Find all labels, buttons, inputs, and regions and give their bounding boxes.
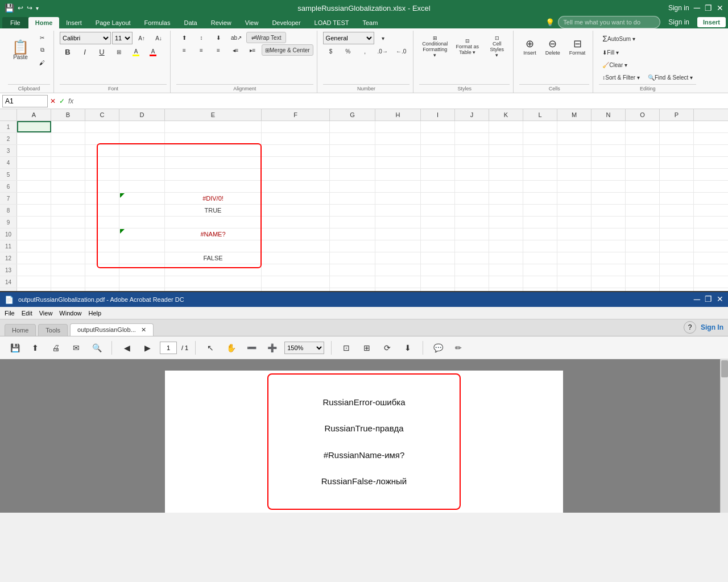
cell-L3[interactable]: [523, 145, 557, 156]
cell-F2[interactable]: [262, 133, 330, 144]
minimize-icon[interactable]: ─: [694, 3, 700, 13]
cell-C15[interactable]: [85, 288, 119, 291]
row-num-7[interactable]: 7: [0, 193, 17, 204]
cell-C2[interactable]: [85, 133, 119, 144]
cell-L6[interactable]: [523, 181, 557, 192]
pdf-tab-tools[interactable]: Tools: [38, 324, 68, 336]
cell-A13[interactable]: [17, 264, 51, 276]
cell-O11[interactable]: [626, 240, 660, 252]
tell-me-input[interactable]: [558, 16, 660, 28]
cell-M9[interactable]: [557, 217, 592, 228]
row-num-10[interactable]: 10: [0, 228, 17, 240]
cell-G6[interactable]: [330, 181, 375, 192]
format-painter-button[interactable]: 🖌: [34, 57, 50, 68]
cell-E11[interactable]: [165, 240, 262, 252]
copy-button[interactable]: ⧉: [34, 44, 50, 56]
cell-H1[interactable]: [375, 121, 421, 132]
pdf-pointer-btn[interactable]: ↖: [202, 340, 218, 356]
font-size-select[interactable]: 11: [112, 32, 133, 44]
restore-icon[interactable]: ❐: [705, 3, 712, 13]
cell-E2[interactable]: [165, 133, 262, 144]
cell-E12[interactable]: FALSE: [165, 252, 262, 264]
cell-P12[interactable]: [660, 252, 694, 264]
col-header-a[interactable]: A: [17, 109, 51, 120]
decrease-font-btn[interactable]: A↓: [151, 32, 167, 44]
cell-B2[interactable]: [51, 133, 85, 144]
cell-J4[interactable]: [455, 157, 489, 168]
cell-O9[interactable]: [626, 217, 660, 228]
cell-G1[interactable]: [330, 121, 375, 132]
cell-I13[interactable]: [421, 264, 455, 276]
orientation-button[interactable]: ab↗: [228, 32, 245, 43]
cell-N3[interactable]: [592, 145, 626, 156]
cell-B13[interactable]: [51, 264, 85, 276]
cell-L13[interactable]: [523, 264, 557, 276]
row-num-13[interactable]: 13: [0, 264, 17, 276]
cell-P7[interactable]: [660, 193, 694, 204]
cell-C5[interactable]: [85, 169, 119, 180]
cell-E1[interactable]: [165, 121, 262, 132]
cell-M13[interactable]: [557, 264, 592, 276]
cell-K3[interactable]: [489, 145, 523, 156]
tab-review[interactable]: Review: [204, 17, 238, 28]
cell-N8[interactable]: [592, 205, 626, 216]
row-num-9[interactable]: 9: [0, 217, 17, 228]
col-header-n[interactable]: N: [592, 109, 626, 120]
cell-F15[interactable]: [262, 288, 330, 291]
pdf-next-page-btn[interactable]: ▶: [139, 340, 155, 356]
font-color-button[interactable]: A: [145, 46, 161, 59]
cell-A3[interactable]: [17, 145, 51, 156]
cell-G4[interactable]: [330, 157, 375, 168]
cell-P6[interactable]: [660, 181, 694, 192]
tab-developer[interactable]: Developer: [265, 17, 307, 28]
formula-input[interactable]: [76, 97, 726, 105]
cell-A7[interactable]: [17, 193, 51, 204]
increase-decimal-button[interactable]: ←.0: [392, 45, 410, 57]
customize-icon[interactable]: ▾: [36, 5, 39, 11]
cell-B14[interactable]: [51, 276, 85, 288]
cell-L15[interactable]: [523, 288, 557, 291]
cell-D2[interactable]: [119, 133, 165, 144]
cell-A2[interactable]: [17, 133, 51, 144]
cell-L10[interactable]: [523, 228, 557, 240]
row-num-15[interactable]: 15: [0, 288, 17, 291]
cell-J11[interactable]: [455, 240, 489, 252]
cell-H7[interactable]: [375, 193, 421, 204]
cell-F3[interactable]: [262, 145, 330, 156]
cell-G14[interactable]: [330, 276, 375, 288]
cell-N1[interactable]: [592, 121, 626, 132]
cell-K5[interactable]: [489, 169, 523, 180]
cell-G15[interactable]: [330, 288, 375, 291]
pdf-search-btn[interactable]: 🔍: [89, 340, 105, 356]
delete-button[interactable]: ⊖ Delete: [541, 32, 564, 61]
cell-C10[interactable]: [85, 228, 119, 240]
cell-M3[interactable]: [557, 145, 592, 156]
tab-insert[interactable]: Insert: [59, 17, 89, 28]
tab-team[interactable]: Team: [356, 17, 385, 28]
cell-H15[interactable]: [375, 288, 421, 291]
tab-view[interactable]: View: [238, 17, 266, 28]
cell-E15[interactable]: [165, 288, 262, 291]
currency-button[interactable]: $: [323, 45, 339, 57]
cell-O7[interactable]: [626, 193, 660, 204]
pdf-zoom-select[interactable]: 150% 100% 75%: [284, 342, 324, 354]
cell-C11[interactable]: [85, 240, 119, 252]
cell-G12[interactable]: [330, 252, 375, 264]
col-header-o[interactable]: O: [626, 109, 660, 120]
cell-J1[interactable]: [455, 121, 489, 132]
cell-B1[interactable]: [51, 121, 85, 132]
cell-I3[interactable]: [421, 145, 455, 156]
cell-I7[interactable]: [421, 193, 455, 204]
cell-F14[interactable]: [262, 276, 330, 288]
cell-J10[interactable]: [455, 228, 489, 240]
cell-K14[interactable]: [489, 276, 523, 288]
cell-A12[interactable]: [17, 252, 51, 264]
cell-A8[interactable]: [17, 205, 51, 216]
cell-L7[interactable]: [523, 193, 557, 204]
cell-O1[interactable]: [626, 121, 660, 132]
row-num-12[interactable]: 12: [0, 252, 17, 264]
align-right-button[interactable]: ≡: [210, 44, 226, 56]
cell-M2[interactable]: [557, 133, 592, 144]
cell-E14[interactable]: [165, 276, 262, 288]
cell-C3[interactable]: [85, 145, 119, 156]
